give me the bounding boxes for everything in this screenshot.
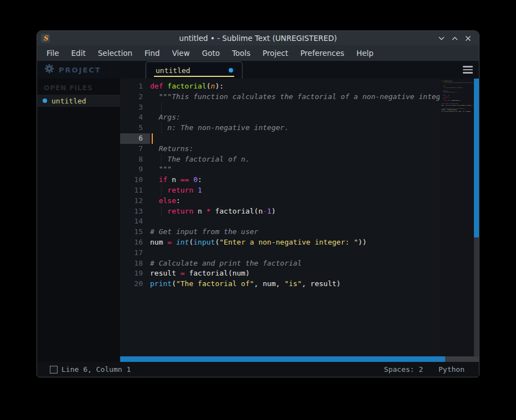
line-content: Returns: — [150, 144, 440, 154]
sublime-logo-icon: S — [41, 34, 50, 43]
line-number: 15 — [120, 227, 150, 237]
code-line-1[interactable]: 1def factorial(n): — [120, 81, 440, 92]
line-content: # Calculate and print the factorial — [150, 258, 440, 269]
vertical-scrollbar — [474, 79, 479, 356]
main-area: OPEN FILES untitled 1def factorial(n):2 … — [37, 79, 479, 356]
line-content: # Get input from the user — [150, 227, 440, 237]
code-line-11[interactable]: 11 return 1 — [120, 185, 440, 196]
line-content: result = factorial(num) — [150, 268, 440, 279]
modified-dot-icon — [43, 98, 47, 103]
sidebar-header: PROJECT — [37, 61, 120, 79]
code-line-16: num = int(input("Enter a non-negative in… — [441, 105, 474, 106]
syntax-status[interactable]: Python — [438, 365, 465, 374]
menu-goto[interactable]: Goto — [196, 45, 226, 61]
code-line-16[interactable]: 16num = int(input("Enter a non-negative … — [120, 237, 440, 248]
minimize-button[interactable] — [437, 34, 446, 43]
line-content: """This function calculates the factoria… — [441, 82, 474, 83]
code-line-4[interactable]: 4 Args: — [120, 112, 440, 123]
code-line-7[interactable]: 7 Returns: — [120, 144, 440, 154]
code-line-20: print("The factorial of", num, "is", res… — [441, 111, 474, 112]
menu-edit[interactable]: Edit — [65, 45, 92, 61]
window-controls — [437, 34, 479, 43]
line-number: 2 — [120, 92, 150, 102]
line-content: """This function calculates the factoria… — [150, 92, 440, 102]
active-tab-underline — [154, 76, 234, 77]
line-content: n: The non-negative integer. — [441, 87, 463, 88]
line-number: 17 — [120, 248, 150, 258]
minimap[interactable]: def factorial(n): """This function calcu… — [440, 79, 474, 356]
code-line-15[interactable]: 15# Get input from the user — [120, 227, 440, 237]
line-number: 13 — [120, 206, 150, 217]
code-line-13[interactable]: 13 return n * factorial(n-1) — [120, 206, 440, 217]
horizontal-scrollbar — [37, 356, 479, 362]
line-content: num = int(input("Enter a non-negative in… — [441, 105, 474, 106]
line-content — [150, 133, 440, 144]
line-number: 18 — [120, 258, 150, 269]
code-line-20[interactable]: 20print("The factorial of", num, "is", r… — [120, 279, 440, 289]
minimap-code: def factorial(n): """This function calcu… — [441, 80, 474, 112]
vertical-scrollbar-thumb[interactable] — [474, 79, 479, 237]
close-button[interactable] — [464, 34, 472, 43]
code-line-9[interactable]: 9 """ — [120, 164, 440, 175]
line-number: 7 — [120, 144, 150, 154]
code-line-10[interactable]: 10 if n == 0: — [120, 175, 440, 185]
indent-guide — [161, 206, 162, 217]
code-line-2: """This function calculates the factoria… — [441, 82, 474, 84]
line-number: 19 — [120, 268, 150, 279]
code-line-12[interactable]: 12 else: — [120, 196, 440, 206]
line-content: def factorial(n): — [150, 81, 440, 92]
tab-label: untitled — [156, 66, 190, 75]
code-line-18[interactable]: 18# Calculate and print the factorial — [120, 258, 440, 269]
maximize-button[interactable] — [451, 34, 459, 43]
code-line-8[interactable]: 8 The factorial of n. — [120, 154, 440, 165]
line-number: 3 — [120, 102, 150, 113]
code-line-14[interactable]: 14 — [120, 216, 440, 227]
line-number: 12 — [120, 196, 150, 206]
line-number: 5 — [120, 123, 150, 133]
code-editor[interactable]: 1def factorial(n):2 """This function cal… — [120, 79, 440, 356]
file-name: untitled — [51, 97, 86, 105]
code-line-5[interactable]: 5 n: The non-negative integer. — [120, 123, 440, 133]
indentation-status[interactable]: Spaces: 2 — [384, 365, 423, 374]
line-number: 4 — [120, 112, 150, 123]
open-file-untitled[interactable]: untitled — [37, 95, 120, 107]
menu-find[interactable]: Find — [138, 45, 166, 61]
modified-dot-icon — [229, 68, 233, 72]
line-content: return n * factorial(n-1) — [150, 206, 440, 217]
line-content: Args: — [150, 112, 440, 123]
cursor-position-status[interactable]: Line 6, Column 1 — [61, 365, 131, 374]
line-number: 10 — [120, 175, 150, 185]
vertical-scrollbar-track[interactable] — [474, 237, 479, 356]
title-bar: S untitled • - Sublime Text (UNREGISTERE… — [37, 31, 479, 45]
line-number: 20 — [120, 279, 150, 289]
tab-strip: PROJECT untitled — [37, 61, 479, 79]
horizontal-scrollbar-thumb[interactable] — [120, 356, 445, 362]
menu-project[interactable]: Project — [256, 45, 294, 61]
menu-preferences[interactable]: Preferences — [294, 45, 350, 61]
code-line-2[interactable]: 2 """This function calculates the factor… — [120, 92, 440, 102]
menu-file[interactable]: File — [40, 45, 65, 61]
open-files-heading: OPEN FILES — [37, 82, 120, 95]
menu-help[interactable]: Help — [350, 45, 380, 61]
line-content — [150, 216, 440, 227]
line-content: return 1 — [150, 185, 440, 196]
menu-bar: FileEditSelectionFindViewGotoToolsProjec… — [37, 45, 479, 61]
line-content: if n == 0: — [150, 175, 440, 185]
line-content: print("The factorial of", num, "is", res… — [441, 111, 471, 112]
code-line-3[interactable]: 3 — [120, 102, 440, 113]
code-line-6[interactable]: 6 — [120, 133, 440, 144]
line-content: return n * factorial(n-1) — [441, 100, 461, 101]
tab-untitled[interactable]: untitled — [146, 61, 242, 79]
gear-icon — [44, 64, 54, 76]
horizontal-scrollbar-track[interactable] — [445, 356, 479, 362]
tab-overflow-menu-icon[interactable] — [463, 61, 473, 79]
scrollbar-left-spacer — [37, 356, 120, 362]
line-content: print("The factorial of", num, "is", res… — [150, 279, 440, 289]
tabs-container: untitled — [120, 61, 463, 79]
code-line-17[interactable]: 17 — [120, 248, 440, 258]
menu-selection[interactable]: Selection — [92, 45, 138, 61]
code-line-19[interactable]: 19result = factorial(num) — [120, 268, 440, 279]
line-number: 11 — [120, 185, 150, 196]
menu-view[interactable]: View — [166, 45, 196, 61]
menu-tools[interactable]: Tools — [226, 45, 256, 61]
